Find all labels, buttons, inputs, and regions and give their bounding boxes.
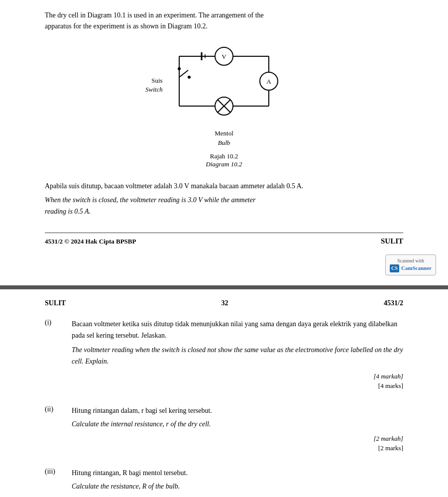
- footer-right-text: SULIT: [381, 237, 403, 246]
- question-i-row: (i) Bacaan voltmeter ketika suis ditutup…: [45, 318, 403, 390]
- question-ii-marks: [2 markah] [2 marks]: [72, 434, 403, 453]
- question-ii-content: Hitung rintangan dalam, r bagi sel kerin…: [72, 405, 403, 453]
- page-bottom: SULIT 32 4531/2 (i) Bacaan voltmeter ket…: [0, 289, 448, 497]
- question-iii-num: (iii): [45, 467, 64, 476]
- question-iii-row: (iii) Hitung rintangan, R bagi mentol te…: [45, 467, 403, 497]
- header-sulit: SULIT: [45, 299, 66, 307]
- svg-point-9: [178, 67, 181, 70]
- camscanner-logo: CS CamScanner: [390, 264, 432, 272]
- question-ii-block: (ii) Hitung rintangan dalam, r bagi sel …: [45, 405, 403, 453]
- page-header: SULIT 32 4531/2: [45, 299, 403, 307]
- question-iii-block: (iii) Hitung rintangan, R bagi mentol te…: [45, 467, 403, 497]
- question-i-marks: [4 markah] [4 marks]: [72, 372, 403, 391]
- question-ii-row: (ii) Hitung rintangan dalam, r bagi sel …: [45, 405, 403, 453]
- svg-point-11: [188, 76, 191, 79]
- switch-label: Suis Switch: [145, 76, 163, 94]
- header-code: 4531/2: [384, 299, 403, 307]
- diagram-caption: Rajah 10.2 Diagram 10.2: [206, 152, 242, 168]
- footer-left-text: 4531/2 © 2024 Hak Cipta BPSBP: [45, 238, 136, 246]
- question-i-block: (i) Bacaan voltmeter ketika suis ditutup…: [45, 318, 403, 390]
- intro-paragraph: The dry cell in Diagram 10.1 is used in …: [45, 10, 403, 32]
- description-block: Apabila suis ditutup, bacaan voltmeter a…: [45, 180, 403, 218]
- svg-line-10: [179, 70, 188, 77]
- circuit-diagram: V A: [45, 41, 403, 175]
- question-ii-num: (ii): [45, 405, 64, 413]
- page-footer: 4531/2 © 2024 Hak Cipta BPSBP SULIT: [45, 233, 403, 246]
- svg-text:V: V: [222, 53, 226, 60]
- question-i-num: (i): [45, 318, 64, 327]
- question-iii-content: Hitung rintangan, R bagi mentol tersebut…: [72, 467, 403, 497]
- svg-text:A: A: [266, 78, 271, 85]
- question-i-content: Bacaan voltmeter ketika suis ditutup tid…: [72, 318, 403, 390]
- bulb-label: Mentol Bulb: [215, 129, 233, 147]
- header-page-num: 32: [222, 299, 228, 307]
- circuit-svg: V A: [159, 41, 289, 121]
- scanner-badge: Scanned with CS CamScanner: [385, 254, 436, 275]
